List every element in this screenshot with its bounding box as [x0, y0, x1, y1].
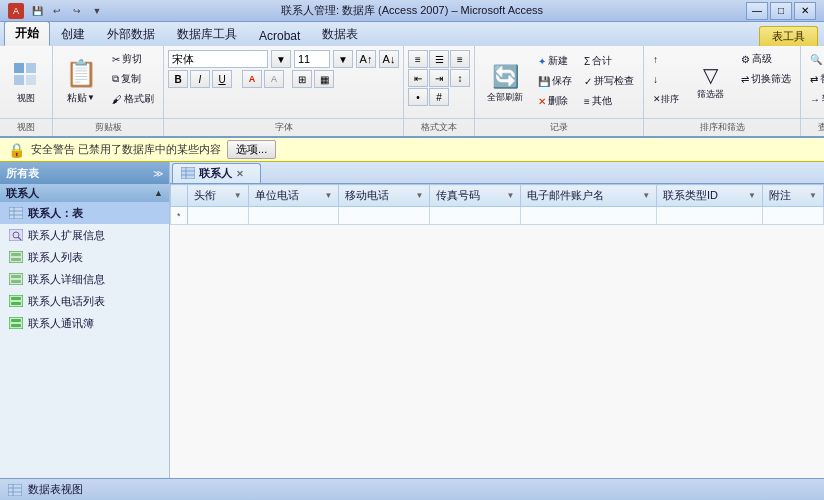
view-group-label: 视图: [0, 118, 52, 136]
align-left-button[interactable]: ≡: [408, 50, 428, 68]
rich-text-group: ≡ ☰ ≡ ⇤ ⇥ ↕ • # 格式文本: [404, 46, 475, 136]
new-row-mobile[interactable]: [339, 207, 430, 225]
nav-item-list-form[interactable]: 联系人列表: [0, 246, 169, 268]
refresh-label: 全部刷新: [487, 92, 523, 103]
nav-item-detail-form[interactable]: 联系人详细信息: [0, 268, 169, 290]
col-title[interactable]: 头衔 ▼: [187, 185, 248, 207]
format-painter-button[interactable]: 🖌 格式刷: [107, 90, 159, 108]
advanced-filter-button[interactable]: ⚙ 高级: [736, 50, 796, 68]
undo-button[interactable]: ↩: [48, 2, 66, 20]
close-button[interactable]: ✕: [794, 2, 816, 20]
options-button[interactable]: 选项...: [227, 140, 276, 159]
save-quick-button[interactable]: 💾: [28, 2, 46, 20]
save-record-button[interactable]: 💾 保存: [533, 72, 577, 90]
more-records-button[interactable]: ≡ 其他: [579, 92, 639, 110]
bullet-button[interactable]: •: [408, 88, 428, 106]
tab-acrobat[interactable]: Acrobat: [248, 25, 311, 46]
paste-button[interactable]: 📋 粘贴 ▼: [57, 50, 105, 112]
col-contact-type-label: 联系类型ID: [663, 188, 718, 203]
tab-datasheet[interactable]: 数据表: [311, 22, 369, 46]
new-record-row[interactable]: *: [171, 207, 824, 225]
ascending-button[interactable]: ↑: [648, 50, 684, 68]
underline-button[interactable]: U: [212, 70, 232, 88]
new-row-notes[interactable]: [762, 207, 823, 225]
minimize-button[interactable]: —: [746, 2, 768, 20]
decrease-font-button[interactable]: A↓: [379, 50, 399, 68]
nav-item-address-book[interactable]: 联系人通讯簿: [0, 312, 169, 334]
nav-item-extended-info[interactable]: 联系人扩展信息: [0, 224, 169, 246]
delete-record-button[interactable]: ✕ 删除: [533, 92, 577, 110]
replace-icon: ⇄: [810, 74, 818, 85]
goto-button[interactable]: → 转至: [805, 90, 824, 108]
col-notes[interactable]: 附注 ▼: [762, 185, 823, 207]
new-row-contact-type[interactable]: [657, 207, 763, 225]
font-name-dropdown[interactable]: ▼: [271, 50, 291, 68]
security-text: 安全警告 已禁用了数据库中的某些内容: [31, 142, 221, 157]
font-color-button[interactable]: A: [242, 70, 262, 88]
italic-button[interactable]: I: [190, 70, 210, 88]
nav-header[interactable]: 所有表 ≫: [0, 162, 169, 184]
row-selector-header: [171, 185, 188, 207]
nav-section-text: 联系人: [6, 186, 39, 201]
nav-item-contacts-table[interactable]: 联系人：表: [0, 202, 169, 224]
tab-start[interactable]: 开始: [4, 21, 50, 46]
new-record-button[interactable]: ✦ 新建: [533, 52, 577, 70]
copy-button[interactable]: ⧉ 复制: [107, 70, 159, 88]
tab-table-tools[interactable]: 表工具: [759, 26, 818, 46]
toggle-filter-button[interactable]: ⇌ 切换筛选: [736, 70, 796, 88]
remove-sort-button[interactable]: ✕排序: [648, 90, 684, 108]
new-row-fax[interactable]: [430, 207, 521, 225]
table-tab-close[interactable]: ✕: [236, 169, 244, 179]
tab-database-tools[interactable]: 数据库工具: [166, 22, 248, 46]
indent-decrease-button[interactable]: ⇤: [408, 69, 428, 87]
align-center-button[interactable]: ☰: [429, 50, 449, 68]
tab-create[interactable]: 创建: [50, 22, 96, 46]
col-contact-type[interactable]: 联系类型ID ▼: [657, 185, 763, 207]
col-email[interactable]: 电子邮件账户名 ▼: [521, 185, 657, 207]
view-button[interactable]: 视图: [4, 50, 48, 112]
tab-external-data[interactable]: 外部数据: [96, 22, 166, 46]
number-button[interactable]: #: [429, 88, 449, 106]
align-right-button[interactable]: ≡: [450, 50, 470, 68]
sum-label: 合计: [592, 54, 612, 68]
font-size-dropdown[interactable]: ▼: [333, 50, 353, 68]
increase-font-button[interactable]: A↑: [356, 50, 376, 68]
new-row-email[interactable]: [521, 207, 657, 225]
col-fax[interactable]: 传真号码 ▼: [430, 185, 521, 207]
delete-label: 删除: [548, 94, 568, 108]
replace-button[interactable]: ⇄ 替换: [805, 70, 824, 88]
filter-button[interactable]: ▽ 筛选器: [688, 50, 732, 112]
spell-check-button[interactable]: ✓ 拼写检查: [579, 72, 639, 90]
view-status: 数据表视图: [8, 482, 83, 497]
find-button[interactable]: 🔍 查找: [805, 50, 824, 68]
cut-icon: ✂: [112, 54, 120, 65]
indent-increase-button[interactable]: ⇥: [429, 69, 449, 87]
nav-section-header[interactable]: 联系人 ▲: [0, 184, 169, 202]
col-mobile-sort: ▼: [415, 191, 423, 200]
line-spacing-button[interactable]: ↕: [450, 69, 470, 87]
descending-button[interactable]: ↓: [648, 70, 684, 88]
redo-button[interactable]: ↪: [68, 2, 86, 20]
shading-button[interactable]: ▦: [314, 70, 334, 88]
sum-button[interactable]: Σ 合计: [579, 52, 639, 70]
cut-button[interactable]: ✂ 剪切: [107, 50, 159, 68]
col-mobile[interactable]: 移动电话 ▼: [339, 185, 430, 207]
maximize-button[interactable]: □: [770, 2, 792, 20]
new-row-work-phone[interactable]: [248, 207, 339, 225]
col-work-phone[interactable]: 单位电话 ▼: [248, 185, 339, 207]
paste-dropdown[interactable]: ▼: [87, 93, 95, 102]
border-button[interactable]: ⊞: [292, 70, 312, 88]
font-name-input[interactable]: [168, 50, 268, 68]
format-painter-label: 格式刷: [124, 92, 154, 106]
find-icon: 🔍: [810, 54, 822, 65]
descending-icon: ↓: [653, 74, 658, 85]
table-tab-contacts[interactable]: 联系人 ✕: [172, 163, 261, 183]
font-size-input[interactable]: [294, 50, 330, 68]
new-row-title[interactable]: [187, 207, 248, 225]
bold-button[interactable]: B: [168, 70, 188, 88]
security-icon: 🔒: [8, 142, 25, 158]
dropdown-arrow[interactable]: ▼: [88, 2, 106, 20]
nav-item-phone-list[interactable]: 联系人电话列表: [0, 290, 169, 312]
highlight-button[interactable]: A: [264, 70, 284, 88]
refresh-all-button[interactable]: 🔄 全部刷新: [479, 52, 531, 114]
